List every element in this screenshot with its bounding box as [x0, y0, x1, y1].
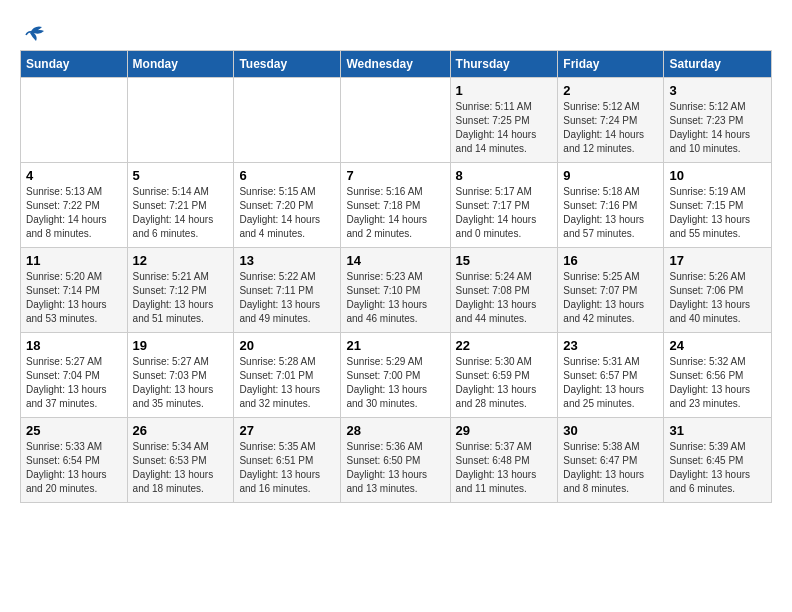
- logo-bird-icon: [20, 23, 48, 43]
- calendar-cell: 15Sunrise: 5:24 AMSunset: 7:08 PMDayligh…: [450, 248, 558, 333]
- day-info: Sunrise: 5:13 AMSunset: 7:22 PMDaylight:…: [26, 185, 122, 241]
- day-number: 10: [669, 168, 766, 183]
- day-info: Sunrise: 5:27 AMSunset: 7:04 PMDaylight:…: [26, 355, 122, 411]
- day-info: Sunrise: 5:15 AMSunset: 7:20 PMDaylight:…: [239, 185, 335, 241]
- calendar-cell: 30Sunrise: 5:38 AMSunset: 6:47 PMDayligh…: [558, 418, 664, 503]
- calendar-cell: 7Sunrise: 5:16 AMSunset: 7:18 PMDaylight…: [341, 163, 450, 248]
- calendar-cell: 23Sunrise: 5:31 AMSunset: 6:57 PMDayligh…: [558, 333, 664, 418]
- week-row-5: 25Sunrise: 5:33 AMSunset: 6:54 PMDayligh…: [21, 418, 772, 503]
- day-info: Sunrise: 5:37 AMSunset: 6:48 PMDaylight:…: [456, 440, 553, 496]
- day-info: Sunrise: 5:28 AMSunset: 7:01 PMDaylight:…: [239, 355, 335, 411]
- calendar-cell: 14Sunrise: 5:23 AMSunset: 7:10 PMDayligh…: [341, 248, 450, 333]
- day-number: 20: [239, 338, 335, 353]
- day-info: Sunrise: 5:23 AMSunset: 7:10 PMDaylight:…: [346, 270, 444, 326]
- weekday-header-thursday: Thursday: [450, 51, 558, 78]
- day-number: 3: [669, 83, 766, 98]
- weekday-header-friday: Friday: [558, 51, 664, 78]
- day-number: 12: [133, 253, 229, 268]
- day-number: 11: [26, 253, 122, 268]
- day-info: Sunrise: 5:31 AMSunset: 6:57 PMDaylight:…: [563, 355, 658, 411]
- calendar-cell: [234, 78, 341, 163]
- calendar-cell: 6Sunrise: 5:15 AMSunset: 7:20 PMDaylight…: [234, 163, 341, 248]
- day-number: 19: [133, 338, 229, 353]
- day-info: Sunrise: 5:38 AMSunset: 6:47 PMDaylight:…: [563, 440, 658, 496]
- day-number: 30: [563, 423, 658, 438]
- calendar-cell: 24Sunrise: 5:32 AMSunset: 6:56 PMDayligh…: [664, 333, 772, 418]
- day-number: 2: [563, 83, 658, 98]
- day-number: 26: [133, 423, 229, 438]
- day-number: 31: [669, 423, 766, 438]
- calendar-cell: 22Sunrise: 5:30 AMSunset: 6:59 PMDayligh…: [450, 333, 558, 418]
- calendar-cell: 17Sunrise: 5:26 AMSunset: 7:06 PMDayligh…: [664, 248, 772, 333]
- calendar-cell: 12Sunrise: 5:21 AMSunset: 7:12 PMDayligh…: [127, 248, 234, 333]
- day-info: Sunrise: 5:22 AMSunset: 7:11 PMDaylight:…: [239, 270, 335, 326]
- week-row-2: 4Sunrise: 5:13 AMSunset: 7:22 PMDaylight…: [21, 163, 772, 248]
- day-info: Sunrise: 5:27 AMSunset: 7:03 PMDaylight:…: [133, 355, 229, 411]
- day-number: 15: [456, 253, 553, 268]
- day-info: Sunrise: 5:24 AMSunset: 7:08 PMDaylight:…: [456, 270, 553, 326]
- calendar-cell: 3Sunrise: 5:12 AMSunset: 7:23 PMDaylight…: [664, 78, 772, 163]
- day-info: Sunrise: 5:32 AMSunset: 6:56 PMDaylight:…: [669, 355, 766, 411]
- week-row-3: 11Sunrise: 5:20 AMSunset: 7:14 PMDayligh…: [21, 248, 772, 333]
- calendar-cell: 13Sunrise: 5:22 AMSunset: 7:11 PMDayligh…: [234, 248, 341, 333]
- day-info: Sunrise: 5:11 AMSunset: 7:25 PMDaylight:…: [456, 100, 553, 156]
- weekday-header-saturday: Saturday: [664, 51, 772, 78]
- calendar-cell: [127, 78, 234, 163]
- calendar-cell: 31Sunrise: 5:39 AMSunset: 6:45 PMDayligh…: [664, 418, 772, 503]
- day-number: 27: [239, 423, 335, 438]
- day-info: Sunrise: 5:39 AMSunset: 6:45 PMDaylight:…: [669, 440, 766, 496]
- day-number: 24: [669, 338, 766, 353]
- calendar-cell: 20Sunrise: 5:28 AMSunset: 7:01 PMDayligh…: [234, 333, 341, 418]
- day-number: 1: [456, 83, 553, 98]
- calendar-cell: 1Sunrise: 5:11 AMSunset: 7:25 PMDaylight…: [450, 78, 558, 163]
- week-row-1: 1Sunrise: 5:11 AMSunset: 7:25 PMDaylight…: [21, 78, 772, 163]
- weekday-header-monday: Monday: [127, 51, 234, 78]
- day-number: 29: [456, 423, 553, 438]
- calendar-cell: 27Sunrise: 5:35 AMSunset: 6:51 PMDayligh…: [234, 418, 341, 503]
- day-info: Sunrise: 5:29 AMSunset: 7:00 PMDaylight:…: [346, 355, 444, 411]
- day-info: Sunrise: 5:14 AMSunset: 7:21 PMDaylight:…: [133, 185, 229, 241]
- calendar-cell: 8Sunrise: 5:17 AMSunset: 7:17 PMDaylight…: [450, 163, 558, 248]
- day-info: Sunrise: 5:34 AMSunset: 6:53 PMDaylight:…: [133, 440, 229, 496]
- weekday-header-tuesday: Tuesday: [234, 51, 341, 78]
- calendar-cell: 4Sunrise: 5:13 AMSunset: 7:22 PMDaylight…: [21, 163, 128, 248]
- day-info: Sunrise: 5:19 AMSunset: 7:15 PMDaylight:…: [669, 185, 766, 241]
- day-info: Sunrise: 5:26 AMSunset: 7:06 PMDaylight:…: [669, 270, 766, 326]
- day-number: 8: [456, 168, 553, 183]
- day-number: 21: [346, 338, 444, 353]
- day-info: Sunrise: 5:18 AMSunset: 7:16 PMDaylight:…: [563, 185, 658, 241]
- day-info: Sunrise: 5:33 AMSunset: 6:54 PMDaylight:…: [26, 440, 122, 496]
- day-number: 22: [456, 338, 553, 353]
- day-info: Sunrise: 5:25 AMSunset: 7:07 PMDaylight:…: [563, 270, 658, 326]
- day-info: Sunrise: 5:17 AMSunset: 7:17 PMDaylight:…: [456, 185, 553, 241]
- calendar-cell: 2Sunrise: 5:12 AMSunset: 7:24 PMDaylight…: [558, 78, 664, 163]
- day-number: 9: [563, 168, 658, 183]
- calendar-cell: 29Sunrise: 5:37 AMSunset: 6:48 PMDayligh…: [450, 418, 558, 503]
- calendar-table: SundayMondayTuesdayWednesdayThursdayFrid…: [20, 50, 772, 503]
- day-number: 13: [239, 253, 335, 268]
- day-number: 25: [26, 423, 122, 438]
- weekday-header-sunday: Sunday: [21, 51, 128, 78]
- day-info: Sunrise: 5:12 AMSunset: 7:23 PMDaylight:…: [669, 100, 766, 156]
- day-number: 6: [239, 168, 335, 183]
- weekday-header-row: SundayMondayTuesdayWednesdayThursdayFrid…: [21, 51, 772, 78]
- day-info: Sunrise: 5:20 AMSunset: 7:14 PMDaylight:…: [26, 270, 122, 326]
- calendar-cell: 16Sunrise: 5:25 AMSunset: 7:07 PMDayligh…: [558, 248, 664, 333]
- calendar-cell: 10Sunrise: 5:19 AMSunset: 7:15 PMDayligh…: [664, 163, 772, 248]
- day-number: 18: [26, 338, 122, 353]
- day-info: Sunrise: 5:12 AMSunset: 7:24 PMDaylight:…: [563, 100, 658, 156]
- calendar-cell: [21, 78, 128, 163]
- calendar-cell: 28Sunrise: 5:36 AMSunset: 6:50 PMDayligh…: [341, 418, 450, 503]
- week-row-4: 18Sunrise: 5:27 AMSunset: 7:04 PMDayligh…: [21, 333, 772, 418]
- calendar-cell: 18Sunrise: 5:27 AMSunset: 7:04 PMDayligh…: [21, 333, 128, 418]
- day-number: 7: [346, 168, 444, 183]
- calendar-cell: 21Sunrise: 5:29 AMSunset: 7:00 PMDayligh…: [341, 333, 450, 418]
- day-info: Sunrise: 5:35 AMSunset: 6:51 PMDaylight:…: [239, 440, 335, 496]
- day-info: Sunrise: 5:21 AMSunset: 7:12 PMDaylight:…: [133, 270, 229, 326]
- day-number: 17: [669, 253, 766, 268]
- day-number: 4: [26, 168, 122, 183]
- calendar-cell: [341, 78, 450, 163]
- day-number: 23: [563, 338, 658, 353]
- calendar-cell: 9Sunrise: 5:18 AMSunset: 7:16 PMDaylight…: [558, 163, 664, 248]
- day-info: Sunrise: 5:16 AMSunset: 7:18 PMDaylight:…: [346, 185, 444, 241]
